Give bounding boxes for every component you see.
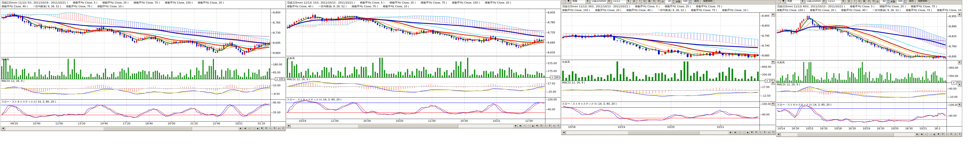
chart-tool-button-7[interactable]: B bbox=[548, 124, 552, 128]
period-button-0[interactable]: T bbox=[853, 0, 857, 4]
chevron-down-icon[interactable]: ▼ bbox=[822, 0, 826, 4]
chart-tool-button-1[interactable]: ＋ bbox=[522, 124, 526, 128]
horizontal-scrollbar[interactable]: ◀▶◀＋－▲▼DLB◎X bbox=[1, 126, 285, 131]
multi-symbol-button[interactable]: 複数銘柄 bbox=[916, 0, 929, 4]
multi-symbol-button[interactable]: 複数銘柄 bbox=[702, 0, 714, 4]
scroll-right-icon[interactable]: ▶ bbox=[915, 133, 919, 136]
chart-tool-button-1[interactable]: ＋ bbox=[247, 127, 251, 131]
apply-button[interactable]: 適用 bbox=[907, 0, 915, 4]
scrollbar-thumb[interactable] bbox=[358, 124, 458, 128]
price-chart-canvas[interactable] bbox=[286, 9, 545, 56]
volume-chart-canvas[interactable] bbox=[1, 57, 270, 79]
chart-tool-button-8[interactable]: ◎ bbox=[552, 124, 556, 128]
period-button-0[interactable]: T bbox=[638, 0, 642, 4]
spinner-icon[interactable]: ▲▼ bbox=[671, 0, 675, 4]
chart-tool-button-5[interactable]: D bbox=[754, 131, 758, 134]
stochastics-chart-canvas[interactable] bbox=[562, 102, 759, 125]
period-button-2[interactable]: 週 bbox=[862, 0, 866, 4]
chevron-down-icon[interactable]: ▼ bbox=[627, 0, 630, 4]
symbol-select[interactable]: 日経225mini▼ bbox=[590, 0, 611, 4]
chart-tool-button-6[interactable]: L bbox=[544, 124, 547, 128]
chart-tool-button-4[interactable]: ▼ bbox=[260, 127, 264, 131]
scrollbar-track[interactable] bbox=[5, 127, 239, 131]
chart-tool-button-1[interactable]: ＋ bbox=[737, 131, 741, 134]
contract-select[interactable]: 11/12▼ bbox=[827, 0, 845, 4]
chart-tool-button-8[interactable]: ◎ bbox=[767, 131, 771, 134]
chart-tool-button-7[interactable]: B bbox=[949, 133, 953, 136]
ashi-button[interactable]: 足 bbox=[632, 0, 637, 4]
symbol-select[interactable]: 日経225mini▼ bbox=[805, 0, 826, 4]
chart-tool-button-2[interactable]: － bbox=[928, 133, 932, 136]
interval-input[interactable]: 30▲▼ bbox=[665, 0, 675, 4]
macd-chart-canvas[interactable] bbox=[286, 77, 545, 97]
window-menu-button[interactable] bbox=[777, 0, 781, 4]
volume-chart-canvas[interactable] bbox=[562, 60, 759, 81]
dropdown-icon[interactable]: ▼ bbox=[781, 0, 785, 4]
bar-count-input[interactable]: 500▲▼ bbox=[896, 0, 907, 4]
window-menu-button[interactable] bbox=[562, 0, 566, 4]
scroll-left-icon[interactable]: ◀ bbox=[1, 127, 5, 131]
chart-tool-button-5[interactable]: D bbox=[941, 133, 945, 136]
chart-tool-button-1[interactable]: ＋ bbox=[924, 133, 928, 136]
scrollbar-track[interactable] bbox=[566, 131, 729, 134]
period-button-3[interactable]: 月 bbox=[652, 0, 656, 4]
macd-chart-canvas[interactable] bbox=[776, 83, 947, 103]
horizontal-scrollbar[interactable]: ◀▶◀＋－▲▼DLB◎X bbox=[776, 132, 962, 137]
chart-tool-button-9[interactable]: X bbox=[958, 133, 962, 136]
chart-tool-button-8[interactable]: ◎ bbox=[953, 133, 958, 136]
chart-tool-button-5[interactable]: D bbox=[539, 124, 543, 128]
chart-tool-button-9[interactable]: X bbox=[556, 124, 560, 128]
chevron-down-icon[interactable]: ▼ bbox=[800, 0, 804, 4]
chart-tool-button-7[interactable]: B bbox=[762, 131, 767, 134]
price-chart-canvas[interactable] bbox=[776, 13, 947, 60]
spinner-icon[interactable]: ▲▼ bbox=[903, 0, 906, 4]
bar-count-input[interactable]: 500▲▼ bbox=[681, 0, 692, 4]
category-select[interactable]: 先物▼ bbox=[571, 0, 590, 4]
chart-tool-button-2[interactable]: － bbox=[741, 131, 745, 134]
chevron-down-icon[interactable]: ▼ bbox=[585, 0, 589, 4]
scroll-left-icon[interactable]: ◀ bbox=[286, 124, 291, 128]
volume-chart-canvas[interactable] bbox=[776, 60, 947, 82]
volume-chart-canvas[interactable] bbox=[286, 56, 545, 77]
chart-tool-button-6[interactable]: L bbox=[945, 133, 949, 136]
pane-dropdown-button[interactable]: ▼ bbox=[771, 102, 775, 106]
chart-tool-button-4[interactable]: ▼ bbox=[535, 124, 539, 128]
pane-dropdown-button[interactable]: ▼ bbox=[958, 83, 962, 87]
pane-dropdown-button[interactable]: ▼ bbox=[958, 13, 962, 17]
period-button-3[interactable]: 月 bbox=[867, 0, 871, 4]
contract-select[interactable]: 11/12▼ bbox=[612, 0, 630, 4]
period-button-4[interactable]: 分 bbox=[657, 0, 660, 4]
chart-tool-button-0[interactable]: ◀ bbox=[733, 131, 737, 134]
pane-dropdown-button[interactable]: ▼ bbox=[958, 103, 962, 107]
chevron-down-icon[interactable]: ▼ bbox=[607, 0, 611, 4]
scroll-right-icon[interactable]: ▶ bbox=[729, 131, 733, 134]
chart-tool-button-3[interactable]: ▲ bbox=[531, 124, 535, 128]
chart-tool-button-5[interactable]: D bbox=[264, 127, 268, 131]
period-button-2[interactable]: 週 bbox=[648, 0, 651, 4]
spinner-icon[interactable]: ▲▼ bbox=[688, 0, 691, 4]
pane-dropdown-button[interactable]: ▼ bbox=[771, 13, 775, 17]
chart-tool-button-2[interactable]: － bbox=[251, 127, 255, 131]
chart-tool-button-4[interactable]: ▼ bbox=[750, 131, 754, 134]
scroll-right-icon[interactable]: ▶ bbox=[514, 124, 518, 128]
scrollbar-thumb[interactable] bbox=[797, 133, 894, 137]
category-select[interactable]: 先物▼ bbox=[786, 0, 805, 4]
chart-tool-button-2[interactable]: － bbox=[527, 124, 531, 128]
scrollbar-track[interactable] bbox=[291, 124, 514, 128]
price-chart-canvas[interactable] bbox=[1, 9, 270, 57]
horizontal-scrollbar[interactable]: ◀▶◀＋－▲▼DLB◎X bbox=[562, 130, 775, 135]
chart-tool-button-3[interactable]: ▲ bbox=[932, 133, 936, 136]
horizontal-scrollbar[interactable]: ◀▶◀＋－▲▼DLB◎X bbox=[286, 124, 560, 128]
apply-button[interactable]: 適用 bbox=[693, 0, 701, 4]
pane-dropdown-button[interactable]: ▼ bbox=[771, 60, 775, 64]
price-chart-canvas[interactable] bbox=[562, 13, 759, 60]
chevron-down-icon[interactable]: ▼ bbox=[841, 0, 845, 4]
chart-tool-button-3[interactable]: ▲ bbox=[746, 131, 749, 134]
scrollbar-thumb[interactable] bbox=[628, 131, 699, 135]
pane-dropdown-button[interactable]: ▼ bbox=[771, 81, 775, 85]
chart-tool-button-8[interactable]: ◎ bbox=[277, 127, 281, 131]
stochastics-chart-canvas[interactable] bbox=[776, 103, 947, 126]
macd-chart-canvas[interactable] bbox=[562, 81, 759, 101]
chart-tool-button-9[interactable]: X bbox=[771, 131, 775, 134]
chart-tool-button-7[interactable]: B bbox=[272, 127, 277, 131]
